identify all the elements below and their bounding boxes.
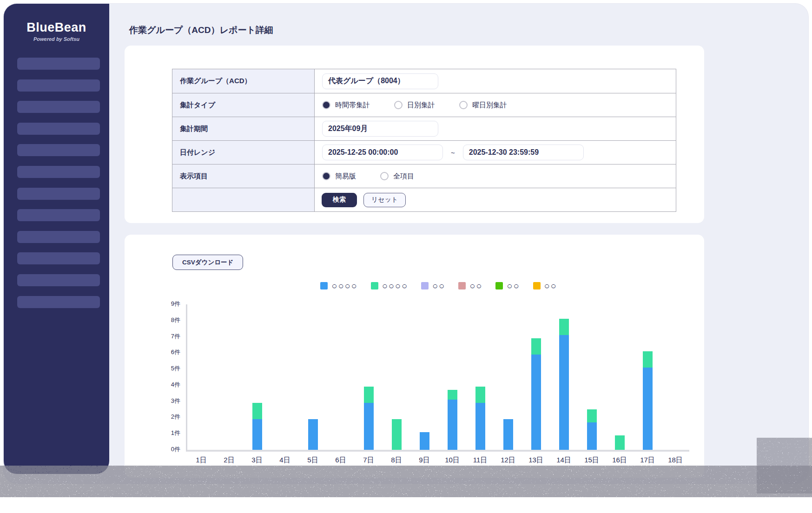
radio-option-weekday[interactable]: 曜日別集計 [459, 101, 507, 110]
x-tick-label: 3日 [243, 456, 271, 465]
bar-chart: 0件1件2件3件4件5件6件7件8件9件 1日2日3日4日5日6日7日8日9日1… [156, 304, 688, 465]
chart-category-slot [634, 304, 661, 450]
range-end-input[interactable]: 2025-12-30 23:59:59 [463, 145, 584, 160]
bar-stack [364, 387, 374, 450]
bar-stack [559, 319, 569, 450]
bar-stack [615, 435, 625, 450]
sidebar-item-placeholder[interactable] [17, 188, 100, 200]
x-tick-label: 11日 [466, 456, 494, 465]
x-tick-label: 16日 [606, 456, 634, 465]
radio-icon[interactable] [322, 172, 330, 180]
radio-option-hourly[interactable]: 時間帯集計 [322, 101, 370, 110]
y-axis: 0件1件2件3件4件5件6件7件8件9件 [156, 304, 186, 452]
legend-label: ○○ [432, 281, 445, 290]
x-tick-label: 9日 [410, 456, 438, 465]
sidebar-item-placeholder[interactable] [17, 296, 100, 308]
x-tick-label: 18日 [661, 456, 689, 465]
legend-item: ○○ [458, 281, 482, 290]
sidebar-item-placeholder[interactable] [17, 166, 100, 178]
x-tick-label: 7日 [355, 456, 383, 465]
radio-label: 全項目 [393, 172, 414, 181]
x-tick-label: 17日 [634, 456, 661, 465]
bar-segment [308, 419, 318, 450]
bar-segment [420, 432, 429, 450]
bar-segment [587, 422, 597, 450]
period-label: 集計期間 [172, 117, 315, 140]
search-button[interactable]: 検索 [322, 193, 357, 207]
radio-option-simple[interactable]: 簡易版 [322, 172, 356, 181]
sidebar-item-placeholder[interactable] [17, 144, 100, 156]
y-tick-label: 6件 [171, 348, 180, 356]
legend-item: ○○ [533, 281, 557, 290]
legend-swatch [320, 282, 328, 289]
radio-option-daily[interactable]: 日別集計 [394, 101, 435, 110]
bar-segment [531, 355, 541, 450]
sidebar-item-placeholder[interactable] [17, 58, 100, 70]
buttons-row-cell: 検索 リセット [315, 188, 676, 211]
radio-option-all[interactable]: 全項目 [380, 172, 414, 181]
bar-stack [392, 419, 402, 450]
logo-text: BlueBean [4, 20, 109, 35]
date-range-label: 日付レンジ [172, 140, 315, 164]
range-start-input[interactable]: 2025-12-25 00:00:00 [322, 145, 443, 160]
bar-stack [587, 409, 597, 450]
display-items-label: 表示項目 [172, 164, 315, 188]
bar-segment [559, 319, 569, 335]
radio-label: 簡易版 [335, 172, 356, 181]
y-tick-label: 7件 [171, 332, 180, 341]
chart-category-slot [327, 304, 355, 450]
legend-item: ○○ [421, 281, 445, 290]
range-separator: ~ [451, 149, 455, 157]
chart-category-slot [661, 304, 689, 450]
filter-table: 作業グループ（ACD） 代表グループ（8004） 集計タイプ 時間帯集計 日別集… [172, 69, 676, 212]
x-tick-label: 8日 [383, 456, 410, 465]
sidebar-item-placeholder[interactable] [17, 252, 100, 264]
bar-segment [364, 403, 374, 450]
legend-swatch [421, 282, 429, 289]
sidebar-item-placeholder[interactable] [17, 123, 100, 135]
reset-button[interactable]: リセット [363, 193, 406, 207]
chart-category-slot [187, 304, 215, 450]
legend-label: ○○ [469, 281, 482, 290]
acd-group-select[interactable]: 代表グループ（8004） [322, 73, 438, 89]
y-tick-label: 3件 [171, 397, 180, 405]
chart-category-slot [271, 304, 299, 450]
sidebar-item-placeholder[interactable] [17, 274, 100, 286]
bar-segment [252, 403, 262, 419]
radio-label: 曜日別集計 [472, 101, 507, 110]
x-tick-label: 13日 [522, 456, 550, 465]
sidebar-item-placeholder[interactable] [17, 209, 100, 221]
radio-icon[interactable] [459, 101, 468, 109]
bar-segment [392, 419, 402, 450]
x-tick-label: 5日 [299, 456, 327, 465]
sidebar-item-placeholder[interactable] [17, 231, 100, 243]
x-tick-label: 1日 [187, 456, 215, 465]
chart-category-slot [550, 304, 578, 450]
sidebar: BlueBean Powered by Softsu [4, 4, 109, 474]
sidebar-item-placeholder[interactable] [17, 79, 100, 92]
y-tick-label: 0件 [171, 445, 180, 454]
acd-group-cell: 代表グループ（8004） [315, 69, 676, 93]
radio-icon[interactable] [322, 101, 330, 109]
legend-swatch [495, 282, 503, 289]
sidebar-item-placeholder[interactable] [17, 101, 100, 113]
legend-label: ○○ [507, 281, 520, 290]
x-tick-label: 14日 [550, 456, 578, 465]
x-tick-label: 6日 [327, 456, 355, 465]
bar-segment [643, 368, 653, 450]
bar-stack [531, 338, 541, 450]
chart-category-slot [410, 304, 438, 450]
chart-category-slot [522, 304, 550, 450]
period-input[interactable]: 2025年09月 [322, 121, 438, 137]
aggregation-type-cell: 時間帯集計 日別集計 曜日別集計 [315, 93, 676, 117]
bar-segment [364, 387, 374, 403]
plot-wrap: 1日2日3日4日5日6日7日8日9日10日11日12日13日14日15日16日1… [186, 304, 688, 465]
radio-icon[interactable] [394, 101, 403, 109]
chart-category-slot [578, 304, 606, 450]
x-tick-label: 4日 [271, 456, 299, 465]
radio-icon[interactable] [380, 172, 389, 180]
bar-stack [420, 432, 429, 450]
logo-tagline: Powered by Softsu [4, 36, 109, 42]
csv-download-button[interactable]: CSVダウンロード [172, 255, 243, 270]
legend-label: ○○ [544, 281, 557, 290]
